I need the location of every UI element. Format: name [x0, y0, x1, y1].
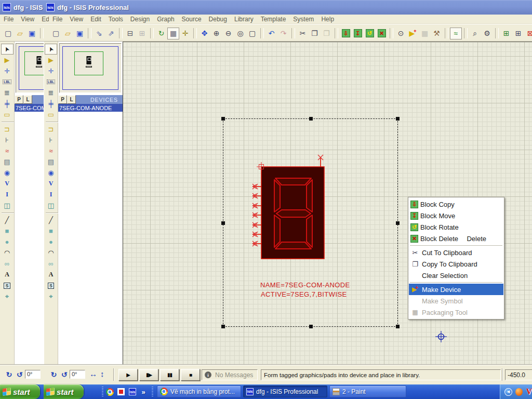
ctx-copy-to-clipboard[interactable]: ❐ Copy To Clipboard: [409, 258, 503, 270]
toolbar-button[interactable]: [445, 28, 448, 38]
2d-line-icon[interactable]: ╱: [1, 215, 14, 225]
rotate-clockwise-button[interactable]: ↻: [4, 369, 14, 379]
virtual-instrument-icon[interactable]: ◫: [45, 200, 57, 211]
toolbar-button[interactable]: [390, 28, 393, 38]
remove-sheet-icon[interactable]: ⊠: [524, 28, 532, 39]
ctx-clear-selection[interactable]: Clear Selection: [409, 270, 503, 281]
subcircuit-icon[interactable]: ▭: [1, 109, 14, 120]
hide-tray-icons-chevron[interactable]: ◀: [504, 388, 512, 396]
menu-item[interactable]: Help: [317, 15, 338, 24]
ctx-make-symbol[interactable]: Make Symbol: [409, 295, 503, 307]
wire-label-icon[interactable]: LBL: [45, 76, 57, 87]
block-copy-icon[interactable]: ⇩: [340, 28, 352, 39]
pause-button[interactable]: ▮▮: [160, 369, 179, 381]
2d-circle-icon[interactable]: ●: [45, 236, 57, 247]
selection-handle[interactable]: [396, 221, 400, 225]
menu-item[interactable]: View: [66, 15, 87, 24]
menu-item[interactable]: File: [0, 15, 17, 24]
2d-text-icon[interactable]: A: [1, 269, 14, 280]
mirror-vertical-button[interactable]: ↕: [100, 369, 104, 378]
wire-autorouter-icon[interactable]: ≈: [450, 28, 462, 39]
zoom-out-icon[interactable]: ⊖: [222, 28, 234, 39]
rotation-angle-field[interactable]: 0°: [25, 370, 41, 379]
taskbar-button-paint-window[interactable]: 2 - Paint: [329, 385, 406, 397]
7seg-display-device[interactable]: [250, 154, 333, 263]
toolbar-button[interactable]: [150, 28, 154, 38]
bus-icon[interactable]: ╪: [1, 98, 14, 109]
device-list-item-selected[interactable]: 7SEG-COM-ANODE: [58, 104, 123, 112]
device-pin-icon[interactable]: ⊦: [1, 135, 14, 145]
pan-icon[interactable]: ✥: [198, 28, 210, 39]
device-active-annotation[interactable]: ACTIVE=7SEG,7,BITWISE: [261, 290, 347, 298]
terminal-mode-icon[interactable]: ⊐: [1, 124, 14, 135]
ctx-make-device[interactable]: ▶ Make Device: [409, 284, 503, 295]
copy-icon[interactable]: ❐: [309, 28, 321, 39]
quick-launch-overflow-chevron[interactable]: »: [139, 388, 148, 396]
selection-handle[interactable]: [221, 221, 225, 225]
tape-recorder-icon[interactable]: ▤: [45, 156, 57, 167]
menu-item[interactable]: Debug: [205, 15, 231, 24]
text-script-icon[interactable]: ≣: [1, 87, 14, 98]
ctx-block-copy[interactable]: ⇩ Block Copy: [409, 198, 503, 210]
print-icon[interactable]: ⊟: [124, 28, 136, 39]
graph-mode-icon[interactable]: ≈: [1, 145, 14, 156]
rotate-clockwise-button[interactable]: ↻: [49, 369, 59, 379]
device-list[interactable]: [58, 112, 123, 365]
undo-icon[interactable]: ↶: [265, 28, 277, 39]
tray-v-app-icon[interactable]: V: [526, 387, 532, 396]
menu-item[interactable]: Library: [231, 15, 257, 24]
menu-item[interactable]: File: [49, 15, 66, 24]
selection-mode-icon[interactable]: ➤: [45, 44, 57, 55]
component-mode-icon[interactable]: ▶: [45, 55, 57, 65]
menu-item[interactable]: Edit: [38, 15, 49, 24]
toolbar-button[interactable]: [464, 28, 468, 38]
save-design-icon[interactable]: ▣: [74, 28, 86, 39]
toolbar-button[interactable]: [335, 28, 338, 38]
rotate-anticlockwise-button[interactable]: ↺: [15, 369, 24, 379]
ctx-packaging-tool[interactable]: ▦ Packaging Tool: [409, 307, 503, 318]
mirror-horizontal-button[interactable]: ↔: [89, 369, 97, 378]
menu-item[interactable]: Tools: [105, 15, 127, 24]
pick-devices-button[interactable]: P: [58, 95, 67, 104]
2d-line-icon[interactable]: ╱: [45, 215, 57, 225]
2d-marker-icon[interactable]: ⌖: [45, 291, 57, 302]
decompose-icon[interactable]: ⚒: [431, 28, 443, 39]
export-section-icon[interactable]: ⇗: [105, 28, 117, 39]
device-list-item-selected[interactable]: 7SEG-COM-ANODE: [15, 104, 44, 112]
selection-handle[interactable]: [309, 325, 313, 328]
voltage-probe-icon[interactable]: V: [1, 178, 14, 189]
ctx-block-move[interactable]: ↧ Block Move: [409, 210, 503, 221]
open-design-icon[interactable]: ▱: [62, 28, 74, 39]
2d-path-icon[interactable]: ∞: [45, 258, 57, 269]
quick-launch-handle[interactable]: [102, 387, 103, 397]
import-section-icon[interactable]: ⇘: [45, 28, 48, 39]
design-explorer-icon[interactable]: ⊞: [500, 28, 512, 39]
2d-text-icon[interactable]: A: [45, 269, 57, 280]
new-sheet-icon[interactable]: ⊞: [512, 28, 524, 39]
toolbar-button[interactable]: [119, 28, 123, 38]
zoom-all-icon[interactable]: ◎: [234, 28, 246, 39]
2d-arc-icon[interactable]: ◠: [45, 247, 57, 258]
start-button[interactable]: start: [0, 384, 40, 399]
selection-handle[interactable]: [309, 117, 313, 121]
2d-circle-icon[interactable]: ●: [1, 236, 14, 247]
edit-component-icon[interactable]: ⊙: [395, 28, 407, 39]
menu-item[interactable]: Template: [257, 15, 290, 24]
zoom-area-icon[interactable]: ▢: [246, 28, 258, 39]
redraw-icon[interactable]: ↻: [155, 28, 167, 39]
new-design-icon[interactable]: ▢: [50, 28, 62, 39]
toolbar-button[interactable]: [193, 28, 197, 38]
taskbar-button-chrome-window[interactable]: Vẽ mạch in bằng prot...: [157, 385, 241, 397]
stop-button[interactable]: ■: [181, 369, 200, 381]
rotation-angle-field[interactable]: 0°: [70, 370, 85, 379]
2d-box-icon[interactable]: ■: [45, 225, 57, 236]
false-origin-icon[interactable]: ✛: [179, 28, 191, 39]
2d-symbol-icon[interactable]: S: [45, 280, 57, 291]
taskbar-handle[interactable]: [152, 387, 153, 397]
generator-mode-icon[interactable]: ◉: [1, 167, 14, 178]
terminal-mode-icon[interactable]: ⊐: [45, 124, 57, 135]
paste-icon[interactable]: ❐: [321, 28, 332, 39]
menu-item[interactable]: System: [289, 15, 317, 24]
library-manager-button[interactable]: L: [23, 95, 32, 104]
toolbar-button[interactable]: [495, 28, 499, 38]
